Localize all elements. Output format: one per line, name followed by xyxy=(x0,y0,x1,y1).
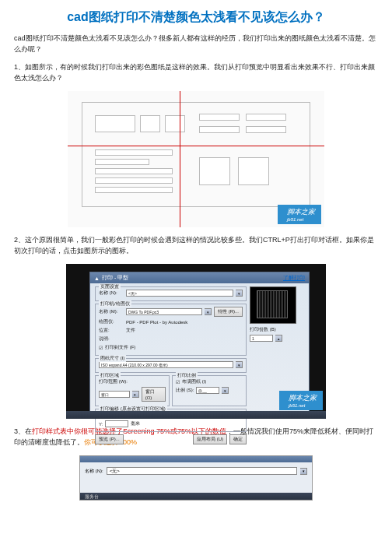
help-link[interactable]: 了解打印 xyxy=(283,274,305,282)
watermark-text: 脚本之家 xyxy=(289,394,317,402)
printer-name-label: 名称 (M): xyxy=(99,308,124,315)
name-select[interactable]: <无> xyxy=(126,290,233,297)
dropdown-icon[interactable]: ▾ xyxy=(300,468,307,475)
copies-input[interactable]: 1 xyxy=(250,335,273,342)
what-label: 打印范围 (W): xyxy=(99,378,128,385)
to-file-checkbox[interactable]: ☑ xyxy=(99,345,103,350)
fig3-service: 服务台 xyxy=(85,494,99,499)
watermark-text: 脚本之家 xyxy=(287,208,315,216)
watermark-badge: 脚本之家 jb51.net xyxy=(278,205,321,224)
cad-statusbar xyxy=(66,411,326,419)
intro-paragraph: cad图纸打印不清楚颜色太浅看不见该怎么办？很多新人都有这样的经历，我们打印出来… xyxy=(14,33,378,54)
scale-label: 比例 (S): xyxy=(176,387,194,394)
to-file-label: 打印到文件 (F) xyxy=(105,344,135,351)
figure-2-print-dialog: ▲ 打印 - 甲型 了解打印 页面设置 名称 (N): <无> ▾ 打印机/绘图… xyxy=(66,264,326,419)
location-value: 文件 xyxy=(126,327,135,334)
stepper-icon[interactable]: ▴ xyxy=(275,335,282,342)
page-setup-group: 页面设置 名称 (N): <无> ▾ xyxy=(95,286,247,301)
paper-select[interactable]: ISO expand A4 (210.00 x 297.00 毫米) xyxy=(99,361,233,368)
plotter-label: 绘图仪: xyxy=(99,318,124,325)
preview-button[interactable]: 预览 (P)... xyxy=(95,434,124,444)
dropdown-icon[interactable]: ▾ xyxy=(236,290,243,297)
dropdown-icon[interactable]: ▾ xyxy=(132,391,139,398)
plotter-value: PDF - PDF Plot - by Autodesk xyxy=(126,320,187,325)
printer-select[interactable]: DWG To PDF.pc3 xyxy=(126,308,202,315)
properties-button[interactable]: 特性 (R)... xyxy=(214,307,243,317)
name-label: 名称 (N): xyxy=(99,290,124,297)
dialog-titlebar: ▲ 打印 - 甲型 了解打印 xyxy=(90,272,309,283)
what-select[interactable]: 窗口 xyxy=(99,391,130,398)
location-label: 位置: xyxy=(99,327,124,334)
mm2: 毫米 xyxy=(131,420,140,427)
figure-3-cropped-dialog: 名称 (N): <无> ▾ 服务台 xyxy=(79,455,313,501)
plot-scale-label: 打印比例 xyxy=(176,372,198,379)
watermark-badge: 脚本之家 jb51.net xyxy=(279,391,323,410)
page-setup-label: 页面设置 xyxy=(99,283,121,290)
scale-select[interactable]: 自__ xyxy=(196,387,219,394)
plot-area-label: 打印区域 xyxy=(99,372,121,379)
plot-scale-group: 打印比例 ☑ 布满图纸 (I) 比例 (S): 自__ ▾ xyxy=(172,375,247,406)
window-button[interactable]: 窗口 (O) xyxy=(142,387,166,402)
dropdown-icon[interactable]: ▾ xyxy=(205,308,212,315)
paper-size-group: 图纸尺寸 (I) ISO expand A4 (210.00 x 297.00 … xyxy=(95,358,247,373)
y-label: Y: xyxy=(99,422,103,427)
floorplan-outline xyxy=(82,102,310,207)
ok-button[interactable]: 确定 xyxy=(229,434,247,444)
fit-checkbox[interactable]: ☑ xyxy=(176,379,180,385)
paper-size-label: 图纸尺寸 (I) xyxy=(99,355,126,362)
fig3-statusbar: 服务台 xyxy=(80,493,312,500)
desc-label: 说明: xyxy=(99,335,124,342)
figure-1-floorplan: 脚本之家 jb51.net xyxy=(68,91,324,227)
printer-group-label: 打印机/绘图仪 xyxy=(99,300,131,307)
watermark-url: jb51.net xyxy=(289,403,317,408)
paper-preview xyxy=(250,286,296,324)
fig3-titlebar xyxy=(80,456,312,462)
dropdown-icon[interactable]: ▾ xyxy=(236,361,243,368)
print-icon: ▲ xyxy=(94,276,100,281)
printer-group: 打印机/绘图仪 名称 (M): DWG To PDF.pc3 ▾ 特性 (R).… xyxy=(95,304,247,356)
fit-label: 布满图纸 (I) xyxy=(182,378,206,385)
dropdown-icon[interactable]: ▾ xyxy=(222,387,229,394)
y-input[interactable] xyxy=(105,420,128,427)
step1-paragraph: 1、如图所示，有的时候我们打印出来的彩色图纸是这样的效果。我们从打印预览中明显看… xyxy=(14,62,378,83)
watermark-url: jb51.net xyxy=(287,217,315,222)
dialog-title-text: 打印 - 甲型 xyxy=(102,274,128,282)
apply-button[interactable]: 应用布局 (U) xyxy=(193,434,227,444)
fig3-name-label: 名称 (N): xyxy=(85,468,103,475)
print-dialog-window: ▲ 打印 - 甲型 了解打印 页面设置 名称 (N): <无> ▾ 打印机/绘图… xyxy=(89,272,310,413)
page-title: cad图纸打印不清楚颜色太浅看不见该怎么办？ xyxy=(14,9,378,26)
plot-area-group: 打印区域 打印范围 (W): 窗口 ▾ 窗口 (O) xyxy=(95,375,170,406)
step3-prefix: 3、在 xyxy=(14,427,32,435)
step2-paragraph: 2、这个原因很简单，我们一般彩色打印的时候会遇到这样的情况比较多些。我们CTRL… xyxy=(14,235,378,256)
fig3-name-select[interactable]: <无> xyxy=(107,467,297,475)
copies-label: 打印份数 (B) xyxy=(250,326,276,333)
